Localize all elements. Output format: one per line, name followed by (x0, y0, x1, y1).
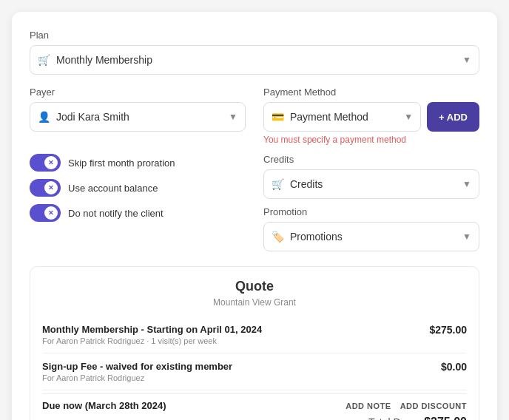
credits-chevron-icon: ▼ (462, 179, 471, 189)
add-note-link[interactable]: ADD NOTE (345, 402, 391, 410)
plan-section: Plan 🛒 Monthly Membership ▼ (30, 30, 479, 75)
plan-chevron-icon: ▼ (462, 55, 471, 65)
toggle-skip-label: Skip first month proration (68, 158, 175, 169)
plan-select[interactable]: Monthly Membership (56, 46, 462, 74)
promotions-select[interactable]: Promotions (290, 223, 462, 251)
total-row: Total Due $275.00 (42, 416, 467, 420)
payer-payment-row: Payer 👤 Jodi Kara Smith ▼ Payment Method… (30, 87, 479, 145)
toggle-balance-label: Use account balance (68, 183, 158, 194)
quote-item-1-name: Sign-up Fee - waived for existing member (42, 361, 232, 372)
quote-due-actions: ADD NOTE ADD DISCOUNT (345, 402, 467, 410)
promotion-label: Promotion (263, 206, 479, 217)
promotions-select-wrapper[interactable]: 🏷️ Promotions ▼ (263, 222, 479, 251)
toggle-notify-label: Do not notify the client (68, 208, 164, 219)
toggle-row-balance: Use account balance (30, 179, 246, 197)
plan-icon: 🛒 (38, 54, 50, 66)
toggle-no-notify[interactable] (30, 204, 61, 222)
credits-promo-col: Credits 🛒 Credits ▼ Promotion 🏷️ Promoti… (263, 154, 479, 251)
payment-icon: 💳 (272, 111, 284, 123)
plan-label: Plan (30, 30, 479, 41)
payer-col: Payer 👤 Jodi Kara Smith ▼ (30, 87, 246, 145)
promotions-chevron-icon: ▼ (462, 231, 471, 242)
total-amount: $275.00 (424, 416, 467, 420)
payer-chevron-icon: ▼ (229, 112, 237, 122)
payer-select-wrapper[interactable]: 👤 Jodi Kara Smith ▼ (30, 102, 246, 132)
quote-item-0-info: Monthly Membership - Starting on April 0… (42, 324, 262, 345)
quote-section: Quote Mountain View Grant Monthly Member… (30, 266, 479, 420)
plan-select-wrapper[interactable]: 🛒 Monthly Membership ▼ (30, 45, 479, 75)
credits-label: Credits (263, 154, 479, 165)
quote-item-0-price: $275.00 (429, 324, 467, 336)
total-label: Total Due (368, 416, 412, 420)
payment-error-text: You must specify a payment method (263, 135, 479, 145)
quote-item-1-info: Sign-up Fee - waived for existing member… (42, 361, 232, 382)
add-discount-link[interactable]: ADD DISCOUNT (400, 402, 467, 410)
credits-select-wrapper[interactable]: 🛒 Credits ▼ (263, 169, 479, 199)
credits-icon: 🛒 (272, 178, 284, 190)
payment-chevron-icon: ▼ (404, 112, 413, 122)
quote-item-1: Sign-up Fee - waived for existing member… (42, 353, 467, 390)
toggle-use-balance[interactable] (30, 179, 61, 197)
due-label: Due now (March 28th 2024) (42, 400, 166, 411)
toggle-row-notify: Do not notify the client (30, 204, 246, 222)
toggle-row-skip: Skip first month proration (30, 154, 246, 172)
payment-method-select-wrapper[interactable]: 💳 Payment Method ▼ (263, 102, 421, 132)
promotion-section: Promotion 🏷️ Promotions ▼ (263, 206, 479, 251)
payment-method-label: Payment Method (263, 87, 479, 98)
quote-item-1-price: $0.00 (441, 361, 467, 373)
promotion-icon: 🏷️ (272, 231, 284, 243)
credits-select[interactable]: Credits (290, 170, 462, 198)
toggle-skip-proration[interactable] (30, 154, 61, 172)
payer-icon: 👤 (38, 111, 50, 123)
payment-method-select[interactable]: Payment Method (290, 103, 404, 131)
quote-item-0-name: Monthly Membership - Starting on April 0… (42, 324, 262, 335)
payment-input-row: 💳 Payment Method ▼ + ADD (263, 102, 479, 132)
toggles-credits-row: Skip first month proration Use account b… (30, 154, 479, 251)
toggles-col: Skip first month proration Use account b… (30, 154, 246, 251)
quote-item-0-sub: For Aaron Patrick Rodriguez · 1 visit(s)… (42, 336, 262, 345)
quote-due-row: Due now (March 28th 2024) ADD NOTE ADD D… (42, 393, 467, 411)
main-container: Plan 🛒 Monthly Membership ▼ Payer 👤 Jodi… (12, 12, 497, 420)
quote-item-1-sub: For Aaron Patrick Rodriguez (42, 373, 232, 382)
payment-col: Payment Method 💳 Payment Method ▼ + ADD … (263, 87, 479, 145)
quote-item-0: Monthly Membership - Starting on April 0… (42, 316, 467, 353)
add-payment-button[interactable]: + ADD (427, 102, 479, 132)
payer-label: Payer (30, 87, 246, 98)
credits-section: Credits 🛒 Credits ▼ (263, 154, 479, 199)
quote-client: Mountain View Grant (42, 297, 467, 308)
payer-select[interactable]: Jodi Kara Smith (56, 103, 229, 131)
quote-title: Quote (42, 279, 467, 294)
